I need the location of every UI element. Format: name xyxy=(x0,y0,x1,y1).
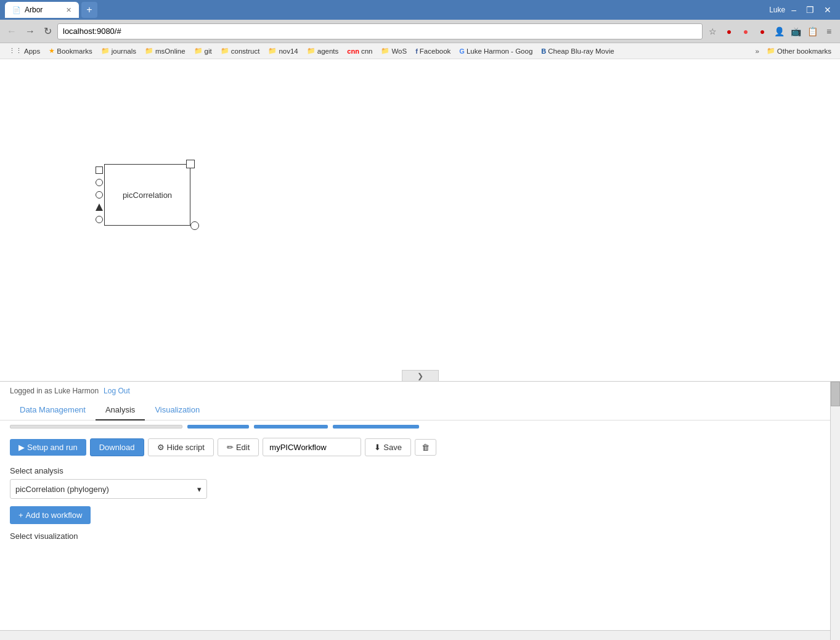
bookmark-construct[interactable]: 📁 construct xyxy=(217,46,264,56)
content-area: Select analysis picCorrelation (phylogen… xyxy=(0,461,840,640)
canvas-area[interactable]: picCorrelation ❯ xyxy=(0,59,840,381)
star-bookmark-icon: ★ xyxy=(49,47,55,55)
apps-icon: ⋮⋮ xyxy=(9,47,22,55)
select-visualization-label: Select visualization xyxy=(10,531,830,541)
logout-link[interactable]: Log Out xyxy=(104,387,130,395)
page-area: picCorrelation ❯ Logged in as Luke Harmo… xyxy=(0,59,840,640)
browser-titlebar: 📄 Arbor ✕ + Luke – ❐ ✕ xyxy=(0,0,840,20)
node-body[interactable]: picCorrelation xyxy=(104,164,190,226)
input-port-circle1[interactable] xyxy=(96,179,103,186)
browser-navbar: ← → ↻ localhost:9080/# ☆ ● ● ● 👤 📺 📋 ≡ xyxy=(0,20,840,43)
folder-icon: 📁 xyxy=(307,47,316,55)
bookmark-nov14[interactable]: 📁 nov14 xyxy=(264,46,301,56)
tab-page-icon: 📄 xyxy=(12,6,21,14)
tab-data-management[interactable]: Data Management xyxy=(10,400,96,421)
bookmarks-more-button[interactable]: » xyxy=(752,46,761,56)
extension-icon1[interactable]: ● xyxy=(722,24,736,39)
play-icon: ▶ xyxy=(18,443,25,452)
bottom-panel: Logged in as Luke Harmon Log Out Data Ma… xyxy=(0,381,840,640)
bookmark-luke-harmon[interactable]: G Luke Harmon - Goog xyxy=(455,46,536,56)
input-port-circle2[interactable] xyxy=(96,191,103,199)
agents-label: agents xyxy=(317,47,339,55)
analysis-selected-option: picCorrelation (phylogeny) xyxy=(15,485,109,494)
extension-icon2[interactable]: ● xyxy=(738,24,753,39)
input-port-circle3[interactable] xyxy=(96,216,103,223)
add-to-workflow-button[interactable]: + Add to workflow xyxy=(10,506,91,524)
progress-bar1 xyxy=(187,425,249,429)
input-port-triangle[interactable] xyxy=(96,203,103,211)
edit-button[interactable]: ✏ Edit xyxy=(218,438,259,456)
workflow-node[interactable]: picCorrelation xyxy=(96,164,190,226)
select-analysis-label: Select analysis xyxy=(10,466,830,475)
bluray-icon: B xyxy=(541,47,546,55)
folder-icon: 📁 xyxy=(194,47,203,55)
facebook-label: Facebook xyxy=(420,47,451,55)
dropdown-chevron-icon: ▾ xyxy=(197,485,202,494)
folder-icon: 📁 xyxy=(221,47,229,55)
output-port-bottom[interactable] xyxy=(190,221,199,230)
scrollbar-thumb[interactable] xyxy=(831,382,840,406)
bookmark-cnn[interactable]: cnn cnn xyxy=(343,46,376,56)
google-icon: G xyxy=(459,47,465,55)
bookmark-journals[interactable]: 📁 journals xyxy=(97,46,140,56)
progress-bar2 xyxy=(254,425,328,429)
bookmark-facebook[interactable]: f Facebook xyxy=(412,46,454,56)
bookmark-bluray[interactable]: B Cheap Blu-ray Movie xyxy=(537,46,618,56)
address-bar[interactable]: localhost:9080/# xyxy=(57,23,703,39)
close-button[interactable]: ✕ xyxy=(820,4,835,16)
bookmark-starred[interactable]: ★ Bookmarks xyxy=(45,46,96,56)
analysis-dropdown-wrapper: picCorrelation (phylogeny) ▾ xyxy=(10,479,207,499)
extension-icon4[interactable]: 👤 xyxy=(772,24,786,39)
restore-button[interactable]: ❐ xyxy=(802,4,818,16)
tab-close-button[interactable]: ✕ xyxy=(66,6,71,14)
progress-bar-bg1 xyxy=(10,425,182,429)
folder-icon: 📁 xyxy=(767,47,775,55)
save-button[interactable]: ⬇ Save xyxy=(365,438,411,456)
horizontal-scrollbar[interactable] xyxy=(0,630,830,640)
bookmark-msonline[interactable]: 📁 msOnline xyxy=(141,46,189,56)
bookmark-git[interactable]: 📁 git xyxy=(190,46,216,56)
vertical-scrollbar[interactable] xyxy=(830,382,840,640)
tab-visualization[interactable]: Visualization xyxy=(145,400,210,421)
bookmark-wos[interactable]: 📁 WoS xyxy=(377,46,410,56)
bluray-label: Cheap Blu-ray Movie xyxy=(548,47,614,55)
toolbar: ▶ Setup and run Download ⚙ Hide script ✏… xyxy=(0,433,840,461)
extension-icon5[interactable]: 📺 xyxy=(788,24,803,39)
menu-button[interactable]: ≡ xyxy=(822,24,836,39)
bookmarks-label: Bookmarks xyxy=(57,47,92,55)
workflow-name-input[interactable] xyxy=(263,438,361,456)
extension-icon6[interactable]: 📋 xyxy=(805,24,820,39)
download-button[interactable]: Download xyxy=(90,438,144,456)
tab-analysis[interactable]: Analysis xyxy=(96,400,145,421)
cnn-label: cnn xyxy=(361,47,373,55)
bookmark-other[interactable]: 📁 Other bookmarks xyxy=(763,46,835,56)
wos-label: WoS xyxy=(391,47,407,55)
analysis-dropdown[interactable]: picCorrelation (phylogeny) ▾ xyxy=(10,479,207,499)
journals-label: journals xyxy=(112,47,136,55)
extension-icon3[interactable]: ● xyxy=(755,24,770,39)
folder-icon: 📁 xyxy=(268,47,277,55)
collapse-handle[interactable]: ❯ xyxy=(402,370,439,381)
nav-icons: ☆ ● ● ● 👤 📺 📋 ≡ xyxy=(705,24,836,39)
edit-icon: ✏ xyxy=(227,443,234,452)
back-button[interactable]: ← xyxy=(4,25,20,38)
folder-icon: 📁 xyxy=(381,47,389,55)
input-port-square[interactable] xyxy=(96,166,103,174)
minimize-button[interactable]: – xyxy=(788,4,800,16)
cnn-icon: cnn xyxy=(347,47,359,55)
delete-button[interactable]: 🗑 xyxy=(415,439,436,456)
progress-bar3 xyxy=(333,425,419,429)
setup-run-button[interactable]: ▶ Setup and run xyxy=(10,439,86,456)
browser-tab[interactable]: 📄 Arbor ✕ xyxy=(5,2,79,18)
new-tab-button[interactable]: + xyxy=(81,2,97,18)
output-port-top[interactable] xyxy=(186,160,195,168)
address-bar-text: localhost:9080/# xyxy=(63,27,121,36)
hide-script-button[interactable]: ⚙ Hide script xyxy=(148,438,214,456)
bookmarks-bar: ⋮⋮ Apps ★ Bookmarks 📁 journals 📁 msOnlin… xyxy=(0,43,840,59)
bookmark-apps[interactable]: ⋮⋮ Apps xyxy=(5,46,44,56)
titlebar-right: Luke – ❐ ✕ xyxy=(769,4,835,16)
forward-button[interactable]: → xyxy=(22,25,38,38)
bookmark-agents[interactable]: 📁 agents xyxy=(303,46,343,56)
star-icon[interactable]: ☆ xyxy=(705,24,720,39)
reload-button[interactable]: ↻ xyxy=(41,24,55,38)
